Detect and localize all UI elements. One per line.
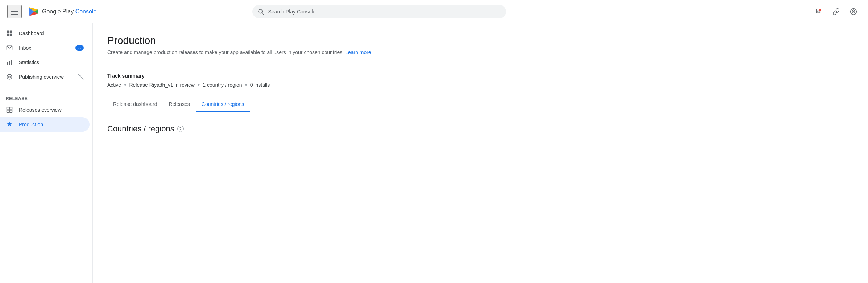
svg-line-1	[262, 13, 263, 14]
section-divider	[107, 64, 853, 64]
search-bar	[252, 5, 506, 18]
notification-icon	[815, 8, 822, 15]
svg-rect-13	[7, 62, 8, 65]
statistics-icon	[6, 59, 13, 66]
sidebar-item-statistics-label: Statistics	[19, 60, 39, 65]
menu-button[interactable]	[7, 5, 22, 18]
svg-rect-10	[7, 34, 9, 36]
track-status: Active	[107, 82, 121, 88]
nav-divider	[0, 87, 92, 87]
page-subtitle: Create and manage production releases to…	[107, 49, 853, 55]
track-summary-label: Track summary	[107, 73, 853, 79]
track-summary-info: Active • Release Riyadh_v1 in review • 1…	[107, 82, 853, 88]
svg-point-17	[9, 76, 11, 78]
tabs: Release dashboard Releases Countries / r…	[107, 97, 853, 112]
track-region: 1 country / region	[203, 82, 242, 88]
main-layout: Dashboard Inbox 8 Statistics	[0, 23, 868, 283]
dot-3: •	[245, 82, 247, 88]
search-input[interactable]	[252, 5, 506, 18]
svg-rect-2	[816, 9, 820, 13]
link-button[interactable]	[829, 4, 843, 19]
publishing-icon	[6, 73, 13, 81]
link-icon	[832, 8, 840, 15]
sidebar-item-statistics[interactable]: Statistics	[0, 55, 90, 70]
tab-release-dashboard[interactable]: Release dashboard	[107, 97, 163, 112]
svg-rect-15	[11, 60, 12, 65]
header-actions	[811, 4, 861, 19]
svg-rect-11	[10, 34, 12, 36]
avatar-icon	[850, 8, 857, 15]
production-icon	[6, 121, 13, 128]
sidebar-item-releases-overview-label: Releases overview	[19, 107, 62, 113]
svg-rect-25	[7, 110, 9, 113]
logo-icon	[28, 6, 39, 17]
sidebar-item-production-label: Production	[19, 122, 43, 127]
top-header: Google Play Console	[0, 0, 868, 23]
svg-rect-8	[7, 31, 9, 33]
sidebar-item-publishing-overview[interactable]: Publishing overview	[0, 70, 90, 84]
sidebar-item-inbox-label: Inbox	[19, 45, 31, 51]
learn-more-link[interactable]: Learn more	[345, 49, 371, 55]
tab-countries-regions[interactable]: Countries / regions	[196, 97, 250, 112]
section-title: Countries / regions ?	[107, 124, 853, 134]
release-section-label: Release	[0, 90, 92, 103]
tab-releases[interactable]: Releases	[163, 97, 195, 112]
publishing-muted-icon	[78, 74, 84, 80]
sidebar-item-dashboard-label: Dashboard	[19, 30, 44, 36]
svg-rect-24	[10, 107, 12, 110]
sidebar-item-dashboard[interactable]: Dashboard	[0, 26, 90, 41]
sidebar: Dashboard Inbox 8 Statistics	[0, 23, 93, 283]
page-title: Production	[107, 35, 853, 46]
inbox-badge: 8	[75, 45, 84, 51]
sidebar-item-production[interactable]: Production	[0, 117, 90, 132]
main-content: Production Create and manage production …	[93, 23, 868, 283]
track-release: Release Riyadh_v1 in review	[129, 82, 195, 88]
sidebar-item-publishing-overview-label: Publishing overview	[19, 74, 64, 80]
search-icon	[257, 8, 264, 15]
notification-button[interactable]	[811, 4, 826, 19]
svg-rect-23	[7, 107, 9, 110]
avatar-button[interactable]	[846, 4, 861, 19]
dot-1: •	[124, 82, 126, 88]
svg-point-16	[7, 74, 12, 79]
svg-point-5	[819, 9, 821, 11]
svg-rect-9	[10, 31, 12, 33]
dashboard-icon	[6, 30, 13, 37]
releases-icon	[6, 106, 13, 114]
sidebar-item-inbox[interactable]: Inbox 8	[0, 41, 90, 55]
help-icon[interactable]: ?	[177, 126, 184, 132]
logo[interactable]: Google Play Console	[28, 6, 96, 17]
track-installs: 0 installs	[250, 82, 270, 88]
svg-rect-26	[10, 110, 12, 113]
svg-line-22	[78, 74, 84, 80]
svg-point-7	[852, 10, 854, 12]
svg-rect-14	[9, 61, 10, 65]
dot-2: •	[198, 82, 200, 88]
inbox-icon	[6, 44, 13, 52]
sidebar-item-releases-overview[interactable]: Releases overview	[0, 103, 90, 117]
logo-text: Google Play Console	[42, 8, 96, 15]
